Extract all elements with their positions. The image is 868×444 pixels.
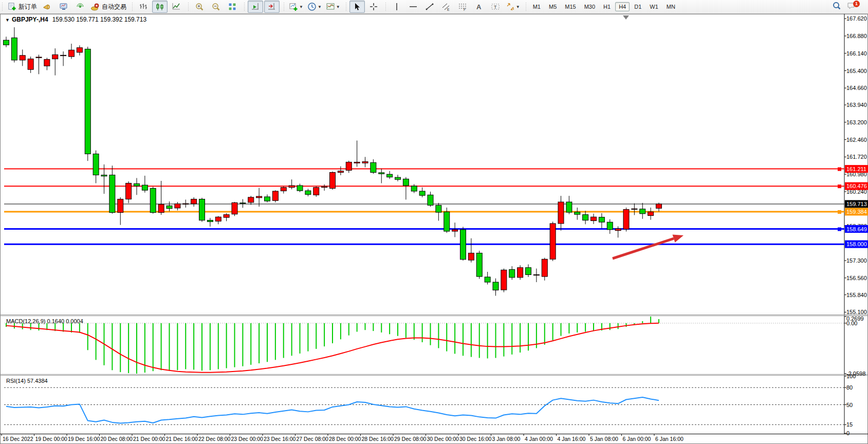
arrows-button[interactable]: ▼	[504, 1, 522, 13]
time-tick-label: 5 Jan 08:00	[590, 436, 618, 442]
candle-body	[207, 220, 213, 222]
indicators-button[interactable]: ▼	[287, 1, 305, 13]
candle-body	[289, 186, 294, 188]
search-icon	[832, 1, 841, 12]
candle-body	[232, 202, 237, 214]
candle-body	[452, 230, 458, 231]
candlestick-chart-button[interactable]	[152, 1, 168, 13]
line-handle[interactable]	[838, 210, 841, 214]
price-tick-label: 157.300	[846, 257, 867, 264]
candle-body	[444, 212, 450, 231]
auto-trading-button[interactable]: 自动交易	[89, 1, 128, 13]
new-order-button[interactable]: 新订单	[6, 1, 39, 13]
candle-body	[362, 162, 368, 163]
vertical-line-button[interactable]	[389, 1, 404, 13]
market-watch-icon	[59, 2, 68, 11]
price-tick-label: 155.100	[846, 309, 867, 315]
search-button[interactable]	[829, 1, 844, 13]
rsi-axis-label: 15	[846, 421, 853, 428]
svg-text:F: F	[464, 8, 466, 11]
price-tick-label: 166.880	[846, 33, 867, 39]
templates-button[interactable]: ▼	[324, 1, 342, 13]
equidistant-channel-button[interactable]: E	[438, 1, 454, 13]
candle-body	[52, 54, 58, 59]
candle-body	[501, 270, 507, 290]
auto-scroll-button[interactable]	[248, 1, 263, 13]
cursor-button[interactable]	[349, 1, 365, 13]
horizontal-line-button[interactable]	[405, 1, 421, 13]
candle-body	[77, 48, 82, 52]
candle-body	[371, 162, 376, 172]
candle-body	[623, 210, 629, 229]
candle-body	[632, 209, 637, 209]
bar-chart-button[interactable]	[136, 1, 151, 13]
toolbar-group	[242, 0, 282, 14]
zoom-out-button[interactable]	[208, 1, 224, 13]
candle-body	[44, 60, 50, 66]
line-handle[interactable]	[838, 168, 841, 171]
fibonacci-button[interactable]: F	[455, 1, 470, 13]
notifications-button[interactable]: 1	[845, 1, 864, 13]
equidistant-channel-icon: E	[441, 2, 451, 11]
chart-shift-button[interactable]	[264, 1, 280, 13]
time-tick-label: 20 Dec 08:00	[101, 436, 133, 442]
price-label-text: 159.384	[846, 209, 867, 215]
crosshair-button[interactable]	[366, 1, 381, 13]
candle-body	[101, 175, 107, 176]
price-tick-label: 162.460	[846, 137, 867, 143]
line-handle[interactable]	[838, 228, 841, 231]
text-button[interactable]: A	[471, 1, 487, 13]
candle-body	[403, 179, 409, 186]
candle-body	[493, 282, 498, 290]
line-handle[interactable]	[838, 184, 841, 188]
signals-button[interactable]	[72, 1, 88, 13]
text-label-button[interactable]: T	[488, 1, 503, 13]
candle-body	[265, 197, 270, 201]
price-label-text: 160.476	[846, 183, 867, 189]
chart-canvas[interactable]: 167.620166.880166.140165.400164.660163.9…	[0, 14, 868, 444]
timeframe-button-h1[interactable]: H1	[600, 2, 614, 11]
market-watch-button[interactable]	[56, 1, 71, 13]
rsi-axis-label: 100	[846, 373, 856, 379]
tile-windows-icon	[228, 2, 237, 11]
time-tick-label: 6 Jan 00:00	[623, 436, 651, 442]
candle-body	[215, 217, 221, 221]
time-tick-label: 30 Dec 00:00	[427, 436, 459, 442]
candle-body	[109, 175, 115, 213]
price-tick-label: 165.400	[846, 68, 867, 74]
collapse-triangle-icon[interactable]: ▼	[5, 17, 10, 23]
timeframe-button-d1[interactable]: D1	[631, 2, 645, 11]
time-tick-label: 16 Dec 2022	[3, 436, 33, 442]
timeframe-button-h4[interactable]: H4	[615, 2, 630, 11]
time-scale[interactable]: 16 Dec 202219 Dec 00:0019 Dec 16:0020 De…	[2, 434, 684, 442]
candle-body	[28, 59, 33, 70]
time-tick-label: 19 Dec 00:00	[35, 436, 68, 442]
tile-windows-button[interactable]	[225, 1, 240, 13]
arrows-icon	[506, 2, 515, 11]
templates-icon	[326, 2, 335, 11]
rsi-axis-label: 0	[846, 430, 849, 436]
candle-body	[419, 191, 425, 195]
time-tick-label: 21 Dec 00:00	[133, 436, 165, 442]
timeframe-button-mn[interactable]: MN	[663, 2, 679, 11]
timeframe-button-w1[interactable]: W1	[646, 2, 662, 11]
periods-button[interactable]: ▼	[306, 1, 323, 13]
candle-body	[648, 212, 654, 215]
time-tick-label: 29 Dec 08:00	[394, 436, 427, 442]
zoom-in-button[interactable]	[192, 1, 207, 13]
alerts-button[interactable]	[40, 1, 55, 13]
candle-body	[85, 49, 90, 154]
line-chart-button[interactable]	[169, 1, 184, 13]
candle-body	[599, 217, 604, 223]
timeframe-button-m15[interactable]: M15	[561, 2, 579, 11]
candle-body	[485, 277, 490, 282]
timeframe-button-m1[interactable]: M1	[529, 2, 544, 11]
price-tick-label: 155.840	[846, 292, 867, 298]
candle-body	[248, 197, 254, 202]
timeframe-button-m30[interactable]: M30	[581, 2, 599, 11]
trendline-icon	[425, 2, 434, 11]
timeframe-button-m5[interactable]: M5	[545, 2, 560, 11]
add-indicator-icon	[289, 2, 298, 11]
trendline-button[interactable]	[422, 1, 437, 13]
candle-body	[583, 215, 588, 220]
